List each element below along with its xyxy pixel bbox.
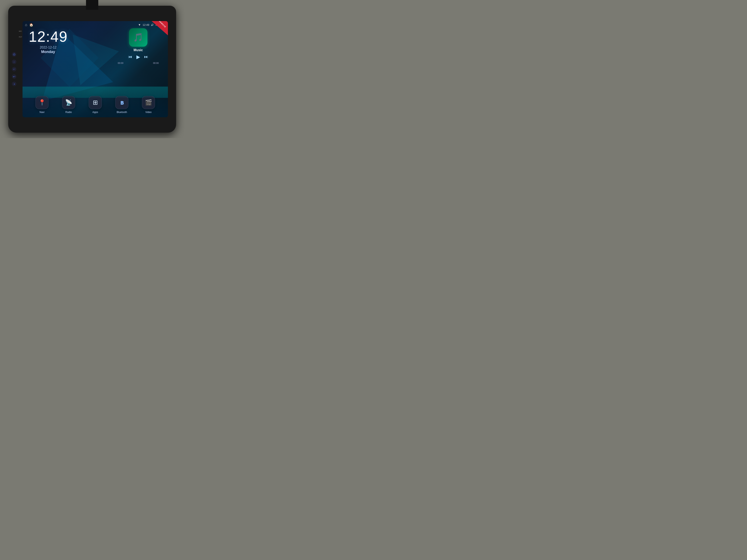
- status-time: 12:49: [143, 23, 149, 26]
- wifi-icon: ▼: [138, 23, 141, 26]
- status-house-icon: 🏠: [29, 23, 33, 27]
- music-play-button[interactable]: ▶: [136, 54, 140, 60]
- music-note-icon: 🎵: [133, 32, 143, 42]
- bluetooth-icon: ʙ: [115, 96, 128, 109]
- status-home-icon: ⌂: [25, 23, 27, 27]
- clock-day: Monday: [29, 50, 68, 54]
- app-bluetooth[interactable]: ʙ Bluetooth: [115, 96, 128, 114]
- apps-icon: ⊞: [89, 96, 102, 109]
- navi-icon: 📍: [35, 96, 49, 109]
- music-progress: 00:00 00:00: [118, 62, 159, 64]
- status-bar: ⌂ 🏠 ▼ 12:49 🔊 18 ▭ ←: [23, 23, 168, 27]
- music-icon-container[interactable]: 🎵: [129, 28, 148, 47]
- music-widget: 🎵 Music ⏮ ▶ ⏭ 00:00 00:00: [112, 28, 164, 64]
- volume-down-button[interactable]: ◂: [12, 82, 17, 86]
- music-title: Music: [133, 48, 143, 52]
- app-grid: 📍 Navi 📡 Radio ⊞ Apps ʙ Bluetooth 🎬 Vide…: [23, 96, 168, 114]
- clock-time: 12:49: [29, 29, 68, 44]
- app-video[interactable]: 🎬 Video: [142, 96, 155, 114]
- music-next-button[interactable]: ⏭: [144, 54, 148, 59]
- music-time-current: 00:00: [118, 62, 124, 64]
- stereo-unit: MIC RST ⏻ ⌂ ↩ ◂+ ◂ REMOVE ⌂ 🏠 ▼ 12:49 🔊: [8, 6, 176, 133]
- app-apps[interactable]: ⊞ Apps: [89, 96, 102, 114]
- rst-label: RST: [19, 36, 22, 38]
- top-bracket: [86, 0, 98, 10]
- app-navi[interactable]: 📍 Navi: [35, 96, 49, 114]
- music-time-total: 00:00: [153, 62, 159, 64]
- side-buttons-panel: ⏻ ⌂ ↩ ◂+ ◂: [12, 52, 17, 86]
- video-icon: 🎬: [142, 96, 155, 109]
- navi-label: Navi: [40, 111, 45, 114]
- app-radio[interactable]: 📡 Radio: [62, 96, 75, 114]
- mic-label: MIC: [19, 30, 22, 32]
- apps-label: Apps: [92, 111, 98, 114]
- clock-widget: 12:49 2022-12-12 Monday: [29, 29, 68, 54]
- bluetooth-label: Bluetooth: [117, 111, 127, 114]
- radio-icon: 📡: [62, 96, 75, 109]
- home-button[interactable]: ⌂: [12, 59, 17, 64]
- back-button[interactable]: ↩: [12, 67, 17, 72]
- music-prev-button[interactable]: ⏮: [128, 54, 132, 59]
- volume-up-button[interactable]: ◂+: [12, 74, 17, 79]
- music-controls: ⏮ ▶ ⏭: [128, 54, 148, 60]
- clock-date: 2022-12-12: [29, 46, 68, 49]
- status-left: ⌂ 🏠: [25, 23, 33, 27]
- radio-label: Radio: [65, 111, 72, 114]
- video-label: Video: [146, 111, 152, 114]
- remove-label: REMOVE: [158, 21, 166, 28]
- volume-icon: 🔊: [151, 24, 154, 26]
- power-button[interactable]: ⏻: [12, 52, 17, 57]
- main-screen: REMOVE ⌂ 🏠 ▼ 12:49 🔊 18 ▭ ← 12:49 2022-1…: [23, 21, 168, 117]
